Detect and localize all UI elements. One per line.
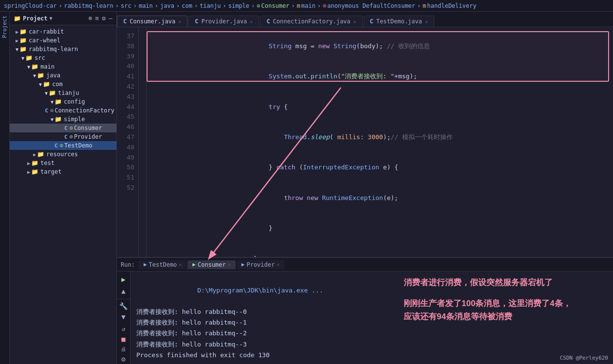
run-stop-button[interactable]: ■: [119, 335, 129, 343]
tab-icon: C: [195, 18, 198, 25]
output-line-3: 消费者接收到: hello rabbitmq--3: [136, 339, 607, 350]
output-line-1: 消费者接收到: hello rabbitmq--1: [136, 317, 607, 328]
run-tab-close[interactable]: ✕: [277, 262, 279, 267]
tree-item-config[interactable]: ▼ 📁 config: [10, 97, 116, 106]
output-line-path: D:\Myprogram\JDK\bin\java.exe ...: [136, 274, 607, 307]
sidebar-toggle[interactable]: Project: [0, 12, 10, 364]
editor-gutter: [139, 27, 147, 257]
run-tabs: Run: ▶ TestDemo ✕ ▶ Consumer ✕ ▶: [117, 258, 613, 272]
run-scroll-down-button[interactable]: ▼: [119, 313, 129, 321]
run-settings-button[interactable]: ⚙: [119, 355, 129, 363]
breadcrumb-item[interactable]: ⊙: [323, 2, 326, 9]
line-numbers: 37 38 39 40 41 42 43 44 45 46 47 48 49 5…: [117, 27, 139, 257]
project-header-icons: ⊕ ≡ ⚙ —: [89, 15, 112, 22]
breadcrumb-item[interactable]: rabbitmq-learn: [64, 2, 113, 9]
tree-item-test[interactable]: ▶ 📁 test: [10, 159, 116, 167]
tab-testdemo[interactable]: C TestDemo.java ✕: [364, 16, 434, 27]
tab-icon: C: [370, 18, 373, 25]
breadcrumb-item[interactable]: m: [297, 2, 300, 9]
breadcrumb-item[interactable]: com: [182, 2, 192, 9]
close-panel-icon[interactable]: —: [109, 15, 112, 22]
tab-icon: C: [123, 18, 127, 25]
tree-item-com[interactable]: ▼ 📁 com: [10, 80, 116, 89]
tab-close[interactable]: ✕: [425, 19, 428, 24]
breadcrumb-item[interactable]: m: [423, 2, 426, 9]
run-scroll-up-button[interactable]: ▲: [119, 286, 129, 296]
tree-item-consumer[interactable]: ▶ C ⊙ Consumer: [10, 124, 116, 132]
run-wrench-button[interactable]: 🔧: [119, 302, 129, 310]
settings-icon[interactable]: ⚙: [102, 15, 106, 22]
tab-label: ConnectionFactory.java: [273, 18, 351, 25]
code-line-41: Thread.sleep( millis: 3000);// 模拟一个耗时操作: [154, 122, 605, 152]
tab-close[interactable]: ✕: [250, 19, 253, 24]
code-line-42: } catch (InterruptedException e) {: [154, 153, 605, 183]
run-tab-provider[interactable]: ▶ Provider ✕: [237, 260, 284, 269]
run-play-button[interactable]: ▶: [119, 274, 129, 284]
tree-item-simple[interactable]: ▼ 📁 simple: [10, 115, 116, 124]
run-tab-testdemo[interactable]: ▶ TestDemo ✕: [139, 260, 186, 269]
content-area: C Consumer.java ✕ C Provider.java ✕ C Co…: [117, 12, 613, 364]
project-title: 📁 Project ▼: [14, 15, 53, 22]
code-line-44: }: [154, 213, 605, 243]
output-line-exit: Process finished with exit code 130: [136, 350, 607, 361]
dropdown-arrow[interactable]: ▼: [50, 16, 53, 21]
breadcrumb-item[interactable]: tianju: [200, 2, 221, 9]
bottom-panel: Run: ▶ TestDemo ✕ ▶ Consumer ✕ ▶: [117, 257, 613, 364]
tree-item-testdemo[interactable]: ▶ C ⊙ TestDemo: [10, 141, 116, 150]
breadcrumb-item[interactable]: main: [139, 2, 153, 9]
run-content: ▶ ▲ 🔧 ▼ ↺ ■ 🖨 ⚙ 🗑: [117, 272, 613, 364]
breadcrumb-item[interactable]: main: [301, 2, 316, 9]
output-line-2: 消费者接收到: hello rabbitmq--2: [136, 328, 607, 339]
sidebar-toggle-label[interactable]: Project: [1, 16, 8, 38]
tab-label: Provider.java: [201, 18, 247, 25]
tab-connectionfactory[interactable]: C ConnectionFactory.java ✕: [260, 16, 362, 27]
tab-icon: C: [266, 18, 270, 25]
code-content[interactable]: String msg = new String(body); // 收到的信息 …: [147, 27, 613, 257]
breadcrumb-item[interactable]: springCloud-car: [4, 2, 56, 9]
project-tree: ▶ 📁 car-rabbit ▶ 📁 car-wheel ▼ 📁 rabbitm…: [10, 25, 116, 364]
tree-item-target[interactable]: ▶ 📁 target: [10, 167, 116, 176]
editor-tabs: C Consumer.java ✕ C Provider.java ✕ C Co…: [117, 12, 613, 27]
locate-icon[interactable]: ⊕: [89, 15, 93, 22]
tree-item-car-rabbit[interactable]: ▶ 📁 car-rabbit: [10, 27, 116, 36]
breadcrumb-item[interactable]: Consumer: [261, 2, 290, 9]
breadcrumb-item[interactable]: anonymous DefaultConsumer: [327, 2, 415, 9]
tree-item-main[interactable]: ▼ 📁 main: [10, 62, 116, 71]
tab-consumer[interactable]: C Consumer.java ✕: [117, 16, 187, 27]
tree-item-provider[interactable]: ▶ C ⊙ Provider: [10, 132, 116, 141]
tree-item-src[interactable]: ▼ 📁 src: [10, 54, 116, 62]
tree-item-java[interactable]: ▼ 📁 java: [10, 71, 116, 80]
code-line-45: }: [154, 244, 605, 257]
breadcrumb-item[interactable]: ⊙: [257, 2, 260, 9]
tab-provider[interactable]: C Provider.java ✕: [188, 16, 259, 27]
tree-item-tianju[interactable]: ▼ 📁 tianju: [10, 89, 116, 97]
code-line-40: try {: [154, 92, 605, 122]
tab-close[interactable]: ✕: [178, 19, 181, 24]
code-line-39: System.out.println("消费者接收到: "+msg);: [154, 61, 605, 91]
tree-item-rabbitmq-learn[interactable]: ▼ 📁 rabbitmq-learn: [10, 45, 116, 54]
folder-icon: 📁: [14, 15, 21, 22]
tab-close[interactable]: ✕: [353, 19, 356, 24]
collapse-icon[interactable]: ≡: [95, 15, 99, 22]
breadcrumb-item[interactable]: handleDelivery: [427, 2, 476, 9]
code-line-43: throw new RuntimeException(e);: [154, 183, 605, 213]
breadcrumb-item[interactable]: src: [121, 2, 131, 9]
run-print-button[interactable]: 🖨: [119, 346, 129, 352]
run-tab-close[interactable]: ✕: [179, 262, 182, 267]
run-tab-close[interactable]: ✕: [228, 262, 231, 267]
breadcrumb-item[interactable]: java: [160, 2, 174, 9]
tree-item-connectionfactory[interactable]: ▶ C ⊙ ConnectionFactory: [10, 106, 116, 115]
run-rerun-button[interactable]: ↺: [119, 326, 129, 332]
tree-item-car-wheel[interactable]: ▶ 📁 car-wheel: [10, 36, 116, 45]
run-tab-consumer[interactable]: ▶ Consumer ✕: [187, 260, 235, 269]
project-header: 📁 Project ▼ ⊕ ≡ ⚙ —: [10, 12, 116, 25]
code-line-38: String msg = new String(body); // 收到的信息: [154, 31, 605, 61]
editor-output-split: 37 38 39 40 41 42 43 44 45 46 47 48 49 5…: [117, 27, 613, 364]
csdn-credit: CSDN @Perley620: [560, 355, 608, 361]
output-area: D:\Myprogram\JDK\bin\java.exe ... 消费者接收到…: [130, 272, 613, 364]
breadcrumb-item[interactable]: simple: [228, 2, 249, 9]
tree-item-resources[interactable]: ▶ 📁 resources: [10, 150, 116, 159]
output-line-0: 消费者接收到: hello rabbitmq--0: [136, 307, 607, 317]
code-editor[interactable]: 37 38 39 40 41 42 43 44 45 46 47 48 49 5…: [117, 27, 613, 257]
tab-label: Consumer.java: [130, 18, 175, 25]
